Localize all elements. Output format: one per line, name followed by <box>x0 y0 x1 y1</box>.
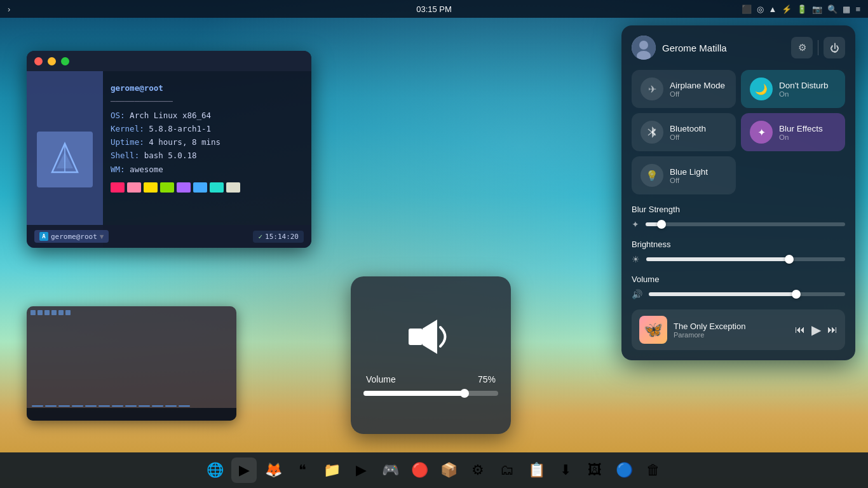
taskbar-app-trash[interactable]: 🗑 <box>641 458 666 483</box>
terminal-os-val: Arch Linux x86_64 <box>130 111 211 120</box>
toggle-airplane-name: Airplane Mode <box>670 81 727 90</box>
taskbar-app-box[interactable]: 📦 <box>436 458 461 483</box>
taskbar-app-game[interactable]: ▶ <box>348 458 374 483</box>
terminal-tab[interactable]: A gerome@root ▼ <box>34 230 109 243</box>
toggle-blue-light[interactable]: 💡 Blue Light Off <box>632 156 736 194</box>
taskbar-app-blue[interactable]: 🔵 <box>611 458 637 483</box>
toggle-bluetooth[interactable]: Bluetooth Off <box>632 113 736 151</box>
preview-dot-2 <box>37 310 43 315</box>
topbar-search-icon[interactable]: 🔍 <box>827 4 837 14</box>
topbar-screenshot-icon[interactable]: ⬛ <box>742 4 752 14</box>
cp-volume-track[interactable] <box>649 292 845 296</box>
preview-bottom-bar <box>27 408 236 421</box>
terminal-wm-val: awesome <box>130 165 163 174</box>
volume-percent: 75% <box>478 374 496 384</box>
brightness-icon: ☀ <box>632 254 640 264</box>
maximize-button[interactable] <box>61 57 69 65</box>
dont-disturb-icon: 🌙 <box>750 78 773 100</box>
volume-slider-icon: 🔊 <box>632 289 642 299</box>
terminal-os-key: OS: <box>111 111 125 120</box>
color-swatch-1 <box>111 182 125 193</box>
toggle-blur-effects-status: On <box>779 133 836 141</box>
volume-section: Volume 🔊 <box>632 274 845 299</box>
toggle-blue-light-name: Blue Light <box>670 167 727 177</box>
taskbar-app-red[interactable]: 🔴 <box>407 458 432 483</box>
cp-header-buttons: ⚙ ⏻ <box>791 37 845 58</box>
terminal-tab-arrow: ▼ <box>100 233 104 241</box>
dash-2 <box>45 405 57 407</box>
toggle-dont-disturb[interactable]: 🌙 Don't Disturb On <box>741 70 845 108</box>
taskbar-app-gear[interactable]: ⚙ <box>465 458 491 483</box>
svg-point-6 <box>639 41 648 50</box>
header-divider <box>818 40 818 55</box>
taskbar-app-web-browser[interactable]: 🌐 <box>202 458 227 483</box>
terminal-kernel-key: Kernel: <box>111 124 144 133</box>
brightness-track[interactable] <box>646 257 845 261</box>
terminal-window: gerome@root ───────────── OS: Arch Linux… <box>27 51 311 248</box>
toggle-bluetooth-text: Bluetooth Off <box>670 124 727 141</box>
topbar-battery-icon[interactable]: 🔋 <box>797 4 807 14</box>
topbar-left: › <box>8 4 10 14</box>
toggle-airplane-mode[interactable]: ✈ Airplane Mode Off <box>632 70 736 108</box>
toggle-dont-disturb-text: Don't Disturb On <box>779 81 836 98</box>
terminal-time-value: 15:14:20 <box>265 233 299 241</box>
topbar-chevron-icon[interactable]: › <box>8 4 10 14</box>
taskbar-app-firefox[interactable]: 🦊 <box>261 458 286 483</box>
toggle-blur-effects[interactable]: ✦ Blur Effects On <box>741 113 845 151</box>
taskbar-app-files2[interactable]: 🗂 <box>494 458 520 483</box>
terminal-titlebar <box>27 51 311 71</box>
taskbar-app-clipboard[interactable]: 📋 <box>524 458 549 483</box>
toggle-blue-light-status: Off <box>670 177 727 184</box>
blur-strength-track[interactable] <box>646 222 845 226</box>
preview-dot-4 <box>51 310 57 315</box>
taskbar-app-terminal[interactable]: ▶ <box>231 458 257 483</box>
toggle-airplane-text: Airplane Mode Off <box>670 81 727 98</box>
topbar-wifi-icon[interactable]: ▲ <box>769 4 777 14</box>
power-button[interactable]: ⏻ <box>824 37 845 58</box>
color-swatch-6 <box>193 182 207 193</box>
close-button[interactable] <box>34 57 43 65</box>
music-info: The Only Exception Paramore <box>674 322 789 339</box>
preview-content <box>27 306 236 408</box>
color-swatch-5 <box>177 182 191 193</box>
control-panel: Gerome Matilla ⚙ ⏻ ✈ Airplane Mode Off 🌙… <box>621 25 855 360</box>
taskbar-app-gallery[interactable]: 🖼 <box>582 458 607 483</box>
taskbar-app-files[interactable]: 📁 <box>319 458 344 483</box>
taskbar-app-gamepad[interactable]: 🎮 <box>377 458 403 483</box>
preview-dot-3 <box>44 310 50 315</box>
terminal-username: gerome@root <box>111 83 163 93</box>
terminal-color-swatches <box>111 182 304 193</box>
topbar-camera-icon[interactable]: 📷 <box>812 4 822 14</box>
music-next-button[interactable]: ⏭ <box>827 324 837 336</box>
terminal-kernel-val: 5.8.8-arch1-1 <box>149 124 211 133</box>
terminal-uptime-val: 4 hours, 8 mins <box>149 137 220 147</box>
topbar-menu-icon[interactable]: ≡ <box>855 4 860 14</box>
blur-strength-label: Blur Strength <box>632 205 845 214</box>
volume-slider-label: Volume <box>632 274 845 284</box>
terminal-avatar-panel <box>27 71 103 248</box>
dash-7 <box>112 405 123 407</box>
preview-window <box>27 306 236 421</box>
topbar-record-icon[interactable]: ◎ <box>757 4 764 14</box>
taskbar-app-download[interactable]: ⬇ <box>553 458 578 483</box>
taskbar-app-quotes[interactable]: ❝ <box>290 458 315 483</box>
svg-marker-4 <box>423 320 437 354</box>
terminal-info: gerome@root ───────────── OS: Arch Linux… <box>103 71 311 248</box>
terminal-wm-key: WM: <box>111 165 125 174</box>
checkmark-icon: ✓ <box>258 233 262 241</box>
volume-slider-track[interactable] <box>363 391 498 396</box>
color-swatch-8 <box>226 182 240 193</box>
music-prev-button[interactable]: ⏮ <box>795 324 805 336</box>
volume-osd: Volume 75% <box>351 276 511 434</box>
toggle-blue-light-text: Blue Light Off <box>670 167 727 184</box>
minimize-button[interactable] <box>48 57 56 65</box>
topbar-clock: 03:15 PM <box>416 4 452 14</box>
terminal-shell-val: bash 5.0.18 <box>144 151 197 160</box>
topbar-bluetooth-icon[interactable]: ⚡ <box>782 4 792 14</box>
settings-button[interactable]: ⚙ <box>791 37 813 58</box>
terminal-clock: ✓ 15:14:20 <box>253 231 304 243</box>
music-play-button[interactable]: ▶ <box>811 322 821 337</box>
topbar-grid-icon[interactable]: ▦ <box>843 4 850 14</box>
blur-strength-thumb <box>657 220 666 229</box>
terminal-separator: ───────────── <box>111 95 304 108</box>
